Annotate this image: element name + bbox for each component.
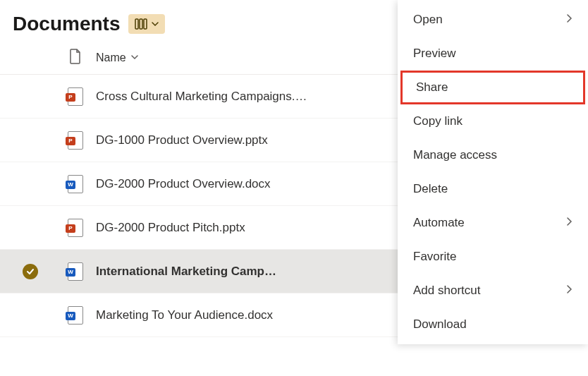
menu-item-label: Open	[413, 13, 443, 27]
menu-item-add-shortcut[interactable]: Add shortcut	[398, 274, 588, 308]
menu-item-label: Share	[416, 80, 448, 95]
file-type-icon: P	[55, 131, 96, 150]
menu-item-copy-link[interactable]: Copy link	[398, 104, 588, 138]
file-name[interactable]: DG-2000 Product Overview.docx	[96, 177, 271, 191]
context-menu: OpenPreviewShareCopy linkManage accessDe…	[398, 0, 588, 344]
file-name[interactable]: DG-1000 Product Overview.pptx	[96, 133, 268, 147]
chevron-right-icon	[565, 284, 572, 298]
menu-item-label: Favorite	[413, 250, 456, 264]
column-header-name[interactable]: Name	[96, 51, 139, 64]
file-name[interactable]: Cross Cultural Marketing Campaigns.pptx	[96, 90, 307, 104]
menu-item-download[interactable]: Download	[398, 308, 588, 341]
menu-item-open[interactable]: Open	[398, 3, 588, 37]
file-name[interactable]: Marketing To Your Audience.docx	[96, 308, 273, 322]
svg-rect-2	[144, 19, 147, 29]
view-columns-icon	[134, 17, 148, 31]
menu-item-favorite[interactable]: Favorite	[398, 240, 588, 274]
row-select-cell[interactable]	[6, 264, 55, 279]
menu-item-label: Preview	[413, 47, 455, 61]
menu-item-label: Automate	[413, 216, 465, 230]
svg-rect-1	[140, 19, 142, 29]
file-name[interactable]: DG-2000 Product Pitch.pptx	[96, 221, 245, 235]
menu-item-label: Delete	[413, 182, 448, 196]
menu-item-preview[interactable]: Preview	[398, 37, 588, 71]
chevron-right-icon	[565, 216, 572, 230]
menu-item-label: Manage access	[413, 148, 497, 162]
chevron-right-icon	[565, 13, 572, 27]
file-type-icon: W	[55, 262, 96, 281]
file-name[interactable]: International Marketing Camp…	[96, 265, 276, 279]
menu-item-label: Copy link	[413, 114, 463, 128]
menu-item-automate[interactable]: Automate	[398, 206, 588, 240]
menu-item-label: Download	[413, 317, 467, 332]
menu-item-manage-access[interactable]: Manage access	[398, 138, 588, 172]
view-switcher[interactable]	[128, 14, 165, 34]
menu-item-delete[interactable]: Delete	[398, 172, 588, 206]
chevron-down-icon	[151, 20, 159, 28]
checkmark-icon	[23, 264, 38, 279]
page-title: Documents	[13, 13, 120, 35]
column-type[interactable]	[55, 49, 96, 67]
file-type-icon: W	[55, 306, 96, 325]
column-name-label: Name	[96, 51, 126, 64]
menu-item-share[interactable]: Share	[400, 71, 585, 104]
file-type-icon: P	[55, 219, 96, 237]
file-type-icon: W	[55, 175, 96, 193]
chevron-down-icon	[130, 51, 139, 64]
menu-item-label: Add shortcut	[413, 284, 480, 298]
file-type-icon: P	[55, 87, 96, 106]
document-icon	[69, 49, 82, 67]
svg-rect-0	[135, 19, 138, 29]
